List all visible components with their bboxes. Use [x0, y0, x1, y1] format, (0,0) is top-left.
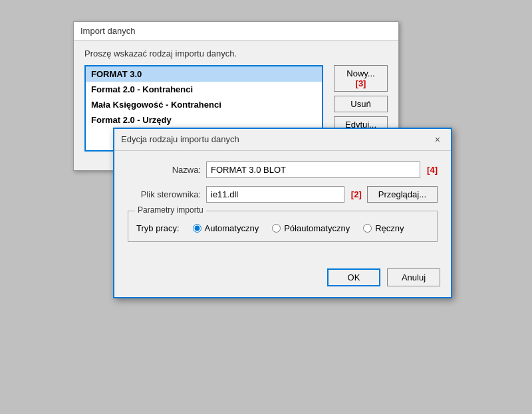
mode-label: Tryb pracy:: [136, 223, 180, 233]
name-input-row: [4]: [206, 161, 438, 178]
radio-semiautomatic-label: Półautomatyczny: [284, 223, 350, 233]
delete-button[interactable]: Usuń: [334, 96, 388, 112]
driver-input[interactable]: [206, 186, 344, 203]
browse-button[interactable]: Przeglądaj...: [367, 186, 438, 203]
driver-badge: [2]: [351, 189, 362, 199]
radio-automatic-label: Automatyczny: [205, 223, 259, 233]
name-label: Nazwa:: [128, 165, 201, 175]
radio-manual[interactable]: Ręczny: [363, 223, 404, 233]
new-button-badge: [3]: [356, 78, 366, 88]
ok-button[interactable]: OK: [327, 268, 380, 286]
edit-dialog-titlebar: Edycja rodzaju importu danych ×: [114, 129, 451, 151]
radio-manual-label: Ręczny: [375, 223, 404, 233]
cancel-button[interactable]: Anuluj: [387, 268, 440, 286]
driver-label: Plik sterownika:: [128, 189, 201, 199]
import-instruction: Proszę wskazać rodzaj importu danych.: [84, 49, 388, 58]
group-legend: Parametry importu: [135, 205, 206, 215]
import-dialog-title: Import danych: [80, 26, 135, 36]
dialog-container: Import danych Proszę wskazać rodzaj impo…: [73, 21, 459, 393]
list-item[interactable]: Mała Księgowość - Kontrahenci: [86, 97, 322, 112]
close-button[interactable]: ×: [431, 133, 444, 146]
edit-dialog-body: Nazwa: [4] Plik sterownika: [2] Przegląd…: [114, 151, 451, 263]
radio-automatic[interactable]: Automatyczny: [193, 223, 259, 233]
radio-semiautomatic[interactable]: Półautomatyczny: [272, 223, 350, 233]
list-item[interactable]: Format 2.0 - Kontrahenci: [86, 82, 322, 97]
driver-row: Plik sterownika: [2] Przeglądaj...: [128, 186, 438, 203]
edit-dialog: Edycja rodzaju importu danych × Nazwa: […: [113, 128, 452, 298]
import-dialog-titlebar: Import danych: [74, 22, 398, 41]
name-input[interactable]: [206, 161, 420, 178]
list-item[interactable]: Format 2.0 - Urzędy: [86, 112, 322, 128]
edit-dialog-footer: OK Anuluj: [114, 263, 451, 297]
name-badge: [4]: [427, 165, 438, 175]
mode-row: Tryb pracy: Automatyczny Półautomatyczny…: [136, 223, 429, 233]
driver-input-row: [2]: [206, 186, 362, 203]
list-item[interactable]: FORMAT 3.0: [86, 66, 322, 82]
edit-dialog-title: Edycja rodzaju importu danych: [121, 134, 239, 144]
name-row: Nazwa: [4]: [128, 161, 438, 178]
new-button[interactable]: Nowy... [3]: [334, 65, 388, 92]
import-params-group: Parametry importu Tryb pracy: Automatycz…: [128, 211, 438, 242]
